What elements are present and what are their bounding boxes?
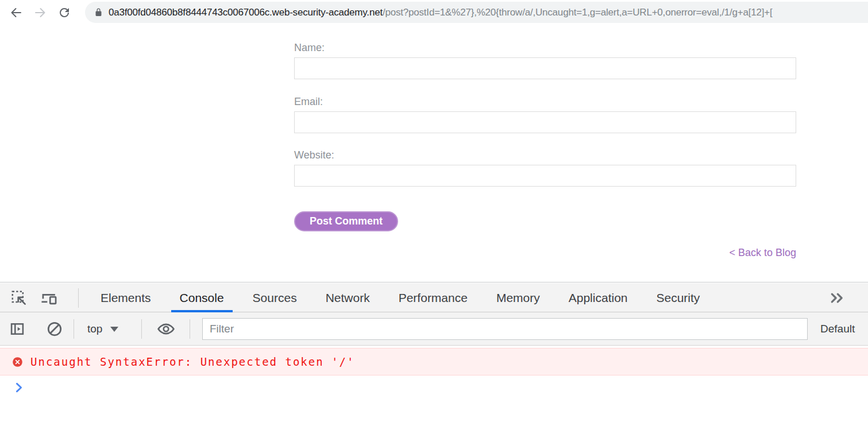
url-path: /post?postId=1&%27},%20{throw/a/,Uncaugh… <box>383 7 773 18</box>
chevron-down-icon <box>110 327 118 332</box>
error-circle-x-icon <box>12 357 23 367</box>
double-chevron-icon <box>827 289 847 307</box>
forward-arrow-icon <box>33 13 47 21</box>
website-input[interactable] <box>294 165 796 187</box>
tab-sources[interactable]: Sources <box>238 283 311 312</box>
context-selector-label: top <box>87 323 102 335</box>
console-sidebar-button[interactable] <box>9 321 25 337</box>
toolbar-separator <box>141 319 142 339</box>
devtools-tabbar: Elements Console Sources Network Perform… <box>0 283 868 312</box>
console-error-row[interactable]: Uncaught SyntaxError: Unexpected token '… <box>0 348 868 375</box>
name-input[interactable] <box>294 57 796 79</box>
live-expression-button[interactable] <box>156 320 176 338</box>
tab-network[interactable]: Network <box>311 283 384 312</box>
log-level-label: Default <box>820 323 855 335</box>
log-level-selector[interactable]: Default <box>820 312 855 346</box>
forward-button[interactable] <box>32 5 48 21</box>
tab-console[interactable]: Console <box>165 283 238 312</box>
comment-form: Name: Email: Website: Post Comment < Bac… <box>294 26 796 282</box>
filter-input[interactable] <box>202 318 808 340</box>
devtools-panel: Elements Console Sources Network Perform… <box>0 282 868 422</box>
devtools-tabs: Elements Console Sources Network Perform… <box>86 283 714 312</box>
post-comment-button[interactable]: Post Comment <box>294 211 398 231</box>
sidebar-panel-icon <box>9 321 25 337</box>
toolbar-separator <box>190 319 190 339</box>
console-prompt-chevron-icon <box>13 381 25 394</box>
back-to-blog-link[interactable]: < Back to Blog <box>729 247 796 259</box>
url-text: 0a3f00fd04860b8f8444743c0067006c.web-sec… <box>109 7 773 18</box>
tab-performance[interactable]: Performance <box>384 283 482 312</box>
inspect-element-button[interactable] <box>10 289 28 307</box>
device-toolbar-button[interactable] <box>40 289 59 307</box>
inspect-cursor-icon <box>10 289 28 307</box>
tab-elements[interactable]: Elements <box>86 283 165 312</box>
eye-icon <box>156 320 176 338</box>
context-selector[interactable]: top <box>87 312 118 346</box>
address-bar[interactable]: 0a3f00fd04860b8f8444743c0067006c.web-sec… <box>85 2 868 23</box>
website-label: Website: <box>294 149 334 161</box>
browser-toolbar: 0a3f00fd04860b8f8444743c0067006c.web-sec… <box>0 0 868 26</box>
url-domain: 0a3f00fd04860b8f8444743c0067006c.web-sec… <box>109 7 383 18</box>
tab-application[interactable]: Application <box>554 283 642 312</box>
back-button[interactable] <box>8 5 24 21</box>
reload-icon <box>57 13 71 21</box>
email-label: Email: <box>294 96 323 108</box>
email-input[interactable] <box>294 111 796 133</box>
tabbar-separator <box>78 288 79 308</box>
clear-console-button[interactable] <box>46 320 63 338</box>
tab-memory[interactable]: Memory <box>482 283 554 312</box>
page-content: Name: Email: Website: Post Comment < Bac… <box>0 26 868 282</box>
console-error-message: Uncaught SyntaxError: Unexpected token '… <box>30 355 354 368</box>
console-prompt[interactable] <box>0 378 868 398</box>
toolbar-separator <box>74 319 74 339</box>
browser-window: 0a3f00fd04860b8f8444743c0067006c.web-sec… <box>0 0 868 422</box>
more-tabs-button[interactable] <box>827 289 847 307</box>
name-label: Name: <box>294 42 325 54</box>
back-arrow-icon <box>9 13 23 21</box>
block-icon <box>46 320 63 338</box>
tab-security[interactable]: Security <box>642 283 714 312</box>
console-toolbar: top Default <box>0 312 868 346</box>
device-toolbar-icon <box>40 289 59 307</box>
ssl-lock-icon[interactable] <box>94 7 103 17</box>
reload-button[interactable] <box>56 5 72 21</box>
